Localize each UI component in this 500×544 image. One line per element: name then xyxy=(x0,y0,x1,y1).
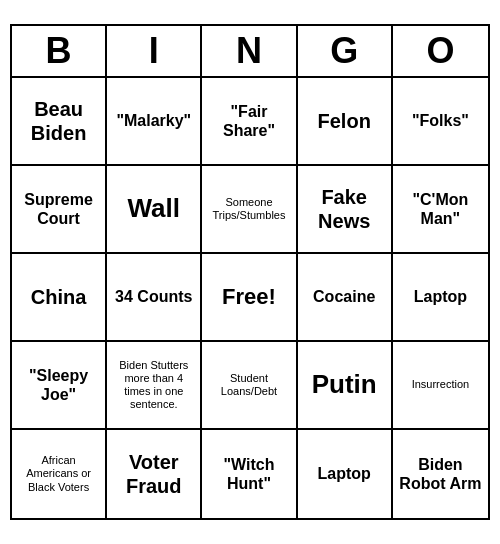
bingo-cell-9: "C'Mon Man" xyxy=(393,166,488,254)
bingo-cell-14: Laptop xyxy=(393,254,488,342)
bingo-header: BINGO xyxy=(12,26,488,78)
bingo-cell-7: Someone Trips/Stumbles xyxy=(202,166,297,254)
bingo-cell-2: "Fair Share" xyxy=(202,78,297,166)
bingo-cell-11: 34 Counts xyxy=(107,254,202,342)
bingo-cell-16: Biden Stutters more than 4 times in one … xyxy=(107,342,202,430)
bingo-cell-21: Voter Fraud xyxy=(107,430,202,518)
bingo-cell-8: Fake News xyxy=(298,166,393,254)
bingo-cell-23: Laptop xyxy=(298,430,393,518)
header-letter-O: O xyxy=(393,26,488,76)
bingo-cell-22: "Witch Hunt" xyxy=(202,430,297,518)
bingo-cell-5: Supreme Court xyxy=(12,166,107,254)
bingo-cell-0: Beau Biden xyxy=(12,78,107,166)
bingo-cell-12: Free! xyxy=(202,254,297,342)
bingo-cell-19: Insurrection xyxy=(393,342,488,430)
header-letter-N: N xyxy=(202,26,297,76)
bingo-cell-13: Cocaine xyxy=(298,254,393,342)
bingo-cell-18: Putin xyxy=(298,342,393,430)
bingo-cell-1: "Malarky" xyxy=(107,78,202,166)
bingo-grid: Beau Biden"Malarky""Fair Share"Felon"Fol… xyxy=(12,78,488,518)
bingo-cell-17: Student Loans/Debt xyxy=(202,342,297,430)
bingo-cell-3: Felon xyxy=(298,78,393,166)
header-letter-B: B xyxy=(12,26,107,76)
bingo-cell-15: "Sleepy Joe" xyxy=(12,342,107,430)
bingo-cell-4: "Folks" xyxy=(393,78,488,166)
bingo-cell-20: African Americans or Black Voters xyxy=(12,430,107,518)
header-letter-G: G xyxy=(298,26,393,76)
bingo-cell-6: Wall xyxy=(107,166,202,254)
bingo-card: BINGO Beau Biden"Malarky""Fair Share"Fel… xyxy=(10,24,490,520)
bingo-cell-10: China xyxy=(12,254,107,342)
bingo-cell-24: Biden Robot Arm xyxy=(393,430,488,518)
header-letter-I: I xyxy=(107,26,202,76)
